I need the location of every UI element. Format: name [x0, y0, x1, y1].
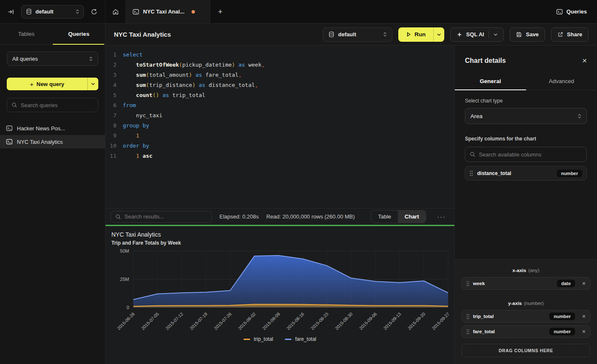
query-search[interactable] [7, 98, 98, 112]
svg-text:2015-07-26: 2015-07-26 [213, 311, 232, 331]
refresh-button[interactable] [88, 6, 100, 18]
drag-handle-icon[interactable] [470, 170, 473, 176]
chart-details-panel: Chart details × General Advanced Select … [454, 46, 597, 364]
view-toggle: Table Chart [371, 210, 426, 223]
search-icon [11, 102, 17, 108]
header-database-selector[interactable]: default [323, 27, 392, 42]
tab-nyc-taxi-analytics[interactable]: NYC Taxi Anal... [126, 0, 210, 23]
share-button[interactable]: Share [551, 27, 589, 42]
query-list-item[interactable]: Hacker News Pos... [0, 121, 105, 135]
code-line[interactable]: 5 count() as trip_total [105, 90, 454, 100]
divider [489, 31, 489, 38]
tab-general[interactable]: General [455, 72, 526, 90]
legend-item[interactable]: trip_total [243, 336, 273, 342]
svg-text:25M: 25M [120, 277, 129, 282]
column-type-badge: number [557, 170, 582, 177]
topbar: default NYC Taxi Anal... + [0, 0, 597, 24]
drag-handle-icon[interactable] [466, 281, 470, 286]
query-search-input[interactable] [21, 102, 94, 108]
remove-icon[interactable]: × [582, 280, 586, 286]
line-number: 9 [105, 131, 116, 141]
new-query-main[interactable]: + New query [7, 78, 87, 90]
code-line[interactable]: 11 1 asc [105, 151, 454, 161]
code-line[interactable]: 1select [105, 50, 454, 60]
new-tab-button[interactable]: + [210, 0, 230, 23]
collapse-sidebar-icon [8, 8, 14, 15]
svg-text:2015-08-09: 2015-08-09 [261, 311, 281, 331]
chevron-down-icon[interactable] [494, 33, 497, 36]
run-button[interactable]: Run [398, 27, 444, 42]
query-list-item-label: Hacker News Pos... [17, 125, 65, 132]
drag-handle-icon[interactable] [466, 329, 470, 334]
results-chart[interactable]: 2015-06-282015-07-052015-07-122015-07-19… [111, 248, 453, 335]
query-list-item[interactable]: NYC Taxi Analytics [0, 135, 105, 148]
sql-ai-label: SQL AI [466, 31, 484, 38]
chart-details-header: Chart details × [455, 46, 597, 72]
results-search-input[interactable] [124, 213, 207, 220]
new-query-button[interactable]: + New query [7, 78, 98, 90]
topbar-database-selector[interactable]: default [21, 5, 84, 19]
x-axis-column-week[interactable]: week date × [462, 277, 590, 290]
more-options-button[interactable]: ··· [434, 213, 449, 220]
new-query-caret-button[interactable] [87, 78, 98, 90]
code-line[interactable]: 2 toStartOfWeek(pickup_datetime) as week… [105, 60, 454, 70]
code-line[interactable]: 4 sum(trip_distance) as distance_total, [105, 80, 454, 90]
svg-text:2015-06-28: 2015-06-28 [116, 311, 136, 331]
chart-type-value: Area [470, 113, 483, 119]
line-number: 6 [105, 100, 116, 111]
svg-text:2015-07-19: 2015-07-19 [189, 311, 208, 331]
line-number: 2 [105, 60, 116, 70]
code-line[interactable]: 7 nyc_taxi [105, 111, 454, 121]
remove-icon[interactable]: × [582, 313, 586, 319]
legend-swatch [285, 339, 292, 340]
svg-text:2015-08-16: 2015-08-16 [286, 311, 305, 331]
results-search[interactable] [111, 211, 212, 223]
column-name: fare_total [473, 329, 495, 334]
view-table-button[interactable]: Table [371, 210, 398, 223]
run-caret-button[interactable] [433, 27, 444, 42]
collapse-sidebar-button[interactable] [5, 6, 17, 18]
remove-icon[interactable]: × [582, 329, 586, 334]
queries-button[interactable]: Queries [556, 8, 587, 15]
run-button-main[interactable]: Run [398, 27, 433, 42]
drop-zone[interactable]: DRAG COLUMNS HERE [462, 344, 590, 357]
tab-home[interactable] [105, 0, 126, 23]
code-line[interactable]: 9 1 [105, 131, 454, 141]
y-axis-column-fare-total[interactable]: fare_total number × [462, 325, 590, 338]
chart-type-label: Select chart type [465, 98, 587, 104]
sidebar-tab-tables[interactable]: Tables [0, 24, 53, 44]
column-name: trip_total [473, 314, 494, 319]
code-line[interactable]: 8group by [105, 121, 454, 131]
x-axis-label: x-axis (any) [462, 268, 590, 273]
console-icon [6, 125, 13, 132]
topbar-database-value: default [35, 8, 72, 15]
y-axis-label: y-axis (number) [462, 301, 590, 306]
legend-item[interactable]: fare_total [285, 336, 316, 342]
tab-advanced[interactable]: Advanced [526, 72, 597, 90]
available-column-distance-total[interactable]: distance_total number [465, 166, 587, 181]
code-line[interactable]: 6from [105, 100, 454, 111]
close-icon[interactable]: × [582, 57, 587, 65]
chart-type-select[interactable]: Area [465, 108, 587, 124]
save-button[interactable]: Save [510, 27, 545, 42]
query-filter-value: All queries [12, 56, 38, 62]
query-filter-select[interactable]: All queries [7, 51, 98, 66]
y-axis-column-trip-total[interactable]: trip_total number × [462, 310, 590, 323]
columns-search-input[interactable] [479, 151, 582, 158]
sql-ai-button[interactable]: SQL AI [450, 27, 504, 42]
drag-handle-icon[interactable] [466, 314, 470, 319]
svg-text:2015-08-02: 2015-08-02 [237, 311, 257, 331]
code-line[interactable]: 3 sum(total_amount) as fare_total, [105, 70, 454, 80]
unsaved-dot [192, 10, 195, 13]
sidebar-tab-queries[interactable]: Queries [53, 24, 105, 44]
chart-subtitle: Trip and Fare Totals by Week [111, 240, 448, 246]
y-axis-hint: (number) [524, 301, 544, 306]
sql-editor[interactable]: 1select2 toStartOfWeek(pickup_datetime) … [105, 46, 454, 208]
columns-search[interactable] [465, 147, 587, 162]
code-line[interactable]: 10order by [105, 141, 454, 151]
console-icon [6, 138, 13, 145]
sparkle-icon [457, 32, 462, 38]
svg-text:2015-07-12: 2015-07-12 [165, 311, 184, 331]
view-chart-button[interactable]: Chart [398, 210, 426, 223]
legend-swatch [243, 339, 250, 340]
